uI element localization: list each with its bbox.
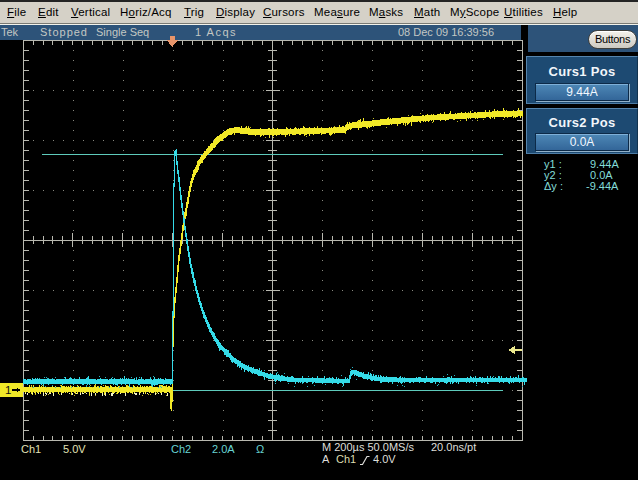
svg-text:1: 1: [5, 384, 11, 396]
